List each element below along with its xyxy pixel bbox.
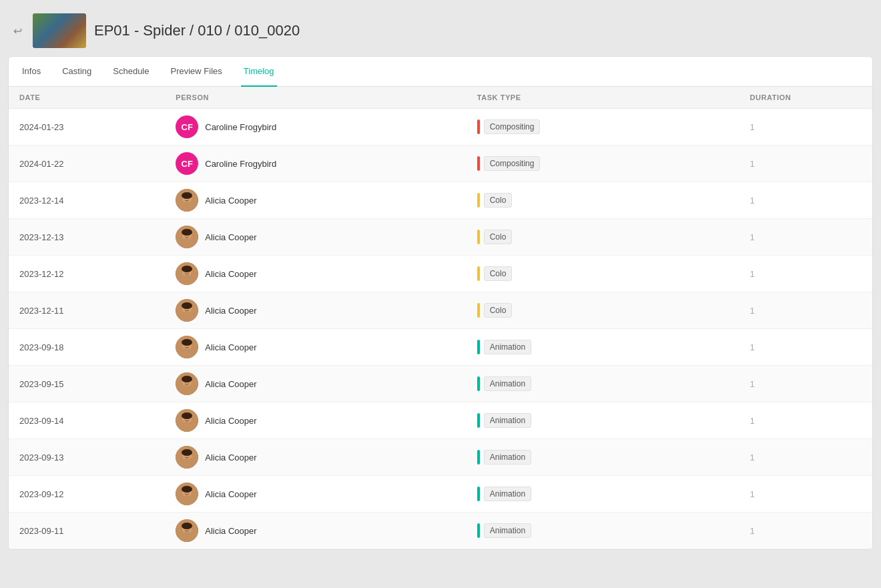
date-cell: 2023-12-13 [9,219,165,256]
task-type-badge: Animation [484,376,531,391]
date-cell: 2023-09-14 [9,402,165,439]
task-type-badge: Animation [484,523,531,538]
task-type-badge: Animation [484,340,531,354]
duration-cell: 1 [740,182,872,219]
task-type-cell: Animation [467,402,740,439]
person-name: Alicia Cooper [205,342,256,352]
col-person: PERSON [165,87,466,109]
duration-cell: 1 [740,109,872,145]
task-type-cell: Animation [467,476,740,513]
person-name: Alicia Cooper [205,526,256,536]
person-name: Caroline Frogybird [205,159,276,169]
task-color-bar [477,450,480,465]
task-type-cell: Colo [467,256,740,292]
table-row: 2023-12-11 Alicia CooperColo1 [9,292,872,329]
task-type-badge: Colo [484,303,513,318]
tab-preview-files[interactable]: Preview Files [168,57,224,87]
person-cell: Alicia Cooper [165,476,466,513]
person-cell: Alicia Cooper [165,256,466,292]
tab-infos[interactable]: Infos [19,57,43,87]
col-task-type: TASK TYPE [467,87,740,109]
duration-cell: 1 [740,439,872,476]
task-type-cell: Compositing [467,145,740,182]
duration-cell: 1 [740,256,872,292]
date-cell: 2023-12-14 [9,182,165,219]
table-header-row: DATE PERSON TASK TYPE DURATION [9,87,872,109]
duration-cell: 1 [740,145,872,182]
table-row: 2023-12-13 Alicia CooperColo1 [9,219,872,256]
date-cell: 2023-09-12 [9,476,165,513]
person-cell: CFCaroline Frogybird [165,145,466,182]
duration-cell: 1 [740,402,872,439]
tab-timelog[interactable]: Timelog [241,57,277,87]
table-row: 2023-09-14 Alicia CooperAnimation1 [9,402,872,439]
task-color-bar [477,340,480,354]
task-type-cell: Animation [467,329,740,366]
person-name: Alicia Cooper [205,269,256,279]
shot-thumbnail [33,13,86,48]
date-cell: 2023-09-15 [9,366,165,402]
person-cell: Alicia Cooper [165,366,466,402]
duration-cell: 1 [740,366,872,402]
table-row: 2023-09-11 Alicia CooperAnimation1 [9,513,872,549]
duration-cell: 1 [740,513,872,549]
svg-point-35 [182,376,192,382]
duration-cell: 1 [740,292,872,329]
person-cell: Alicia Cooper [165,513,466,549]
task-color-bar [477,193,480,208]
avatar [176,519,198,542]
svg-point-53 [182,486,192,493]
avatar [176,483,198,505]
svg-point-11 [182,229,192,236]
person-name: Alicia Cooper [205,416,256,426]
svg-point-23 [182,302,192,309]
avatar [176,372,198,395]
person-cell: Alicia Cooper [165,182,466,219]
date-cell: 2024-01-22 [9,145,165,182]
person-name: Alicia Cooper [205,196,256,206]
svg-point-59 [182,523,192,529]
person-name: Caroline Frogybird [205,122,276,132]
person-name: Alicia Cooper [205,306,256,316]
table-row: 2023-09-12 Alicia CooperAnimation1 [9,476,872,513]
person-cell: Alicia Cooper [165,402,466,439]
person-cell: CFCaroline Frogybird [165,109,466,145]
avatar [176,262,198,285]
date-cell: 2023-09-11 [9,513,165,549]
svg-point-41 [182,412,192,419]
task-type-badge: Colo [484,193,513,208]
task-type-badge: Colo [484,266,513,281]
tab-casting[interactable]: Casting [59,57,94,87]
avatar [176,226,198,248]
duration-cell: 1 [740,219,872,256]
table-row: 2023-12-14 Alicia CooperColo1 [9,182,872,219]
duration-cell: 1 [740,476,872,513]
task-color-bar [477,487,480,501]
header-bar: ↩ EP01 - Spider / 010 / 010_0020 [8,8,873,56]
task-color-bar [477,413,480,428]
person-cell: Alicia Cooper [165,439,466,476]
tab-schedule[interactable]: Schedule [110,57,152,87]
tabs-bar: Infos Casting Schedule Preview Files Tim… [9,57,872,87]
person-cell: Alicia Cooper [165,329,466,366]
table-row: 2024-01-23CFCaroline FrogybirdCompositin… [9,109,872,145]
task-type-cell: Colo [467,182,740,219]
task-color-bar [477,119,480,134]
task-type-cell: Animation [467,513,740,549]
page-title: EP01 - Spider / 010 / 010_0020 [94,22,300,39]
person-cell: Alicia Cooper [165,219,466,256]
task-type-cell: Animation [467,439,740,476]
col-duration: DURATION [740,87,872,109]
task-type-cell: Colo [467,292,740,329]
svg-point-29 [182,339,192,346]
main-card: Infos Casting Schedule Preview Files Tim… [8,56,873,550]
avatar: CF [176,152,198,175]
svg-point-17 [182,266,192,272]
timelog-table-container[interactable]: DATE PERSON TASK TYPE DURATION 2024-01-2… [9,87,872,549]
avatar [176,446,198,469]
back-button[interactable]: ↩ [11,22,25,40]
person-name: Alicia Cooper [205,489,256,499]
avatar [176,299,198,322]
avatar [176,336,198,358]
date-cell: 2023-09-13 [9,439,165,476]
